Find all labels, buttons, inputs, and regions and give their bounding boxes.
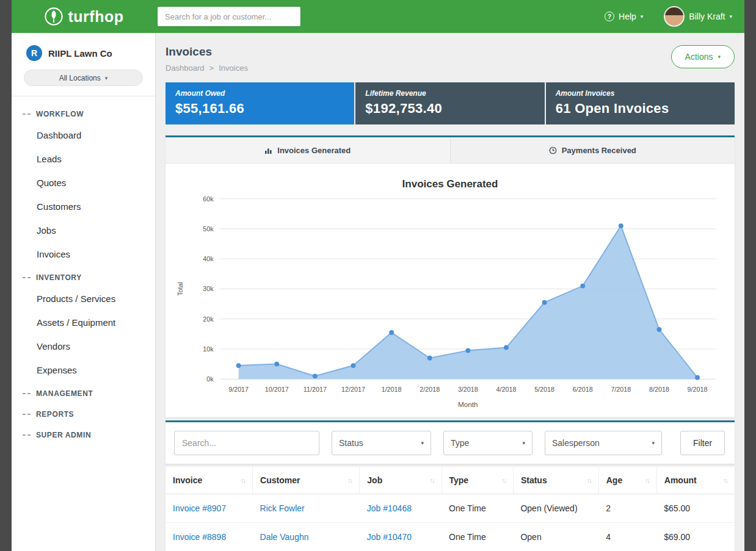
column-header-age[interactable]: Age↑↓ <box>598 467 656 494</box>
sidebar-item-products-services[interactable]: Products / Services <box>12 287 155 311</box>
svg-text:6/2018: 6/2018 <box>573 386 593 393</box>
column-header-status[interactable]: Status↑↓ <box>513 467 598 494</box>
body-row: R RIIPL Lawn Co All Locations ▾ WORKFLOW… <box>12 33 744 551</box>
sidebar-item-vendors[interactable]: Vendors <box>12 334 155 358</box>
app-logo[interactable]: turfhop <box>12 7 156 26</box>
sidebar-item-jobs[interactable]: Jobs <box>12 218 155 242</box>
table-row: Invoice #8907 Rick Fowler Job #10468 One… <box>165 494 735 522</box>
nav-section-super-admin[interactable]: SUPER ADMIN <box>12 423 155 444</box>
table-header-row: Invoice↑↓ Customer↑↓ Job↑↓ Type↑↓ Status… <box>165 467 735 494</box>
status-cell: Open (Viewed) <box>513 494 598 522</box>
stat-amount-owed: Amount Owed $55,161.66 <box>165 82 354 124</box>
svg-text:50k: 50k <box>203 225 214 232</box>
svg-text:10/2017: 10/2017 <box>265 386 289 393</box>
svg-text:11/2017: 11/2017 <box>303 386 327 393</box>
company-selector[interactable]: R RIIPL Lawn Co <box>12 33 155 68</box>
filter-button[interactable]: Filter <box>680 431 725 455</box>
section-dash-icon <box>23 277 31 278</box>
tab-payments-received[interactable]: Payments Received <box>450 137 735 163</box>
top-header: turfhop ? Help ▾ Billy Kraft ▾ <box>12 0 744 33</box>
svg-text:20k: 20k <box>203 315 214 323</box>
breadcrumb-dashboard[interactable]: Dashboard <box>165 63 205 73</box>
status-cell: Open <box>513 522 598 551</box>
tab-invoices-generated[interactable]: Invoices Generated <box>165 137 450 163</box>
job-link[interactable]: Job #10470 <box>367 532 412 542</box>
nav-section-workflow[interactable]: WORKFLOW <box>12 103 155 123</box>
invoice-link[interactable]: Invoice #8907 <box>173 503 226 513</box>
svg-text:Month: Month <box>458 400 478 408</box>
chart-area: Invoices Generated 0k10k20k30k40k50k60k9… <box>165 164 735 417</box>
sidebar-item-expenses[interactable]: Expenses <box>12 358 155 382</box>
chevron-down-icon: ▾ <box>522 440 525 446</box>
chevron-down-icon: ▾ <box>421 440 424 446</box>
column-header-amount[interactable]: Amount↑↓ <box>656 467 735 494</box>
sort-icon[interactable]: ↑↓ <box>723 475 727 484</box>
section-dash-icon <box>23 434 31 436</box>
nav-section-inventory[interactable]: INVENTORY <box>12 266 155 287</box>
age-cell: 4 <box>598 522 656 551</box>
company-name: RIIPL Lawn Co <box>48 48 112 59</box>
app-window: turfhop ? Help ▾ Billy Kraft ▾ R RIIPL L… <box>12 0 744 551</box>
sidebar-item-quotes[interactable]: Quotes <box>12 171 155 195</box>
actions-button[interactable]: Actions ▾ <box>671 45 735 68</box>
type-filter-select[interactable]: Type ▾ <box>443 431 532 455</box>
stat-label: Amount Invoices <box>556 89 725 98</box>
svg-text:1/2018: 1/2018 <box>382 386 402 393</box>
sort-icon[interactable]: ↑↓ <box>347 475 352 484</box>
sidebar-item-customers[interactable]: Customers <box>12 195 155 218</box>
user-menu[interactable]: Billy Kraft ▾ <box>664 6 732 27</box>
svg-text:0k: 0k <box>206 375 214 383</box>
salesperson-filter-select[interactable]: Salesperson ▾ <box>545 431 662 455</box>
column-header-invoice[interactable]: Invoice↑↓ <box>165 467 253 494</box>
stat-value: $55,161.66 <box>175 101 344 117</box>
sort-icon[interactable]: ↑↓ <box>587 475 591 484</box>
select-value: Salesperson <box>552 438 600 448</box>
customer-cell: Rick Fowler <box>253 494 360 522</box>
stat-value: $192,753.40 <box>365 101 534 117</box>
section-dash-icon <box>23 393 31 394</box>
job-link[interactable]: Job #10468 <box>367 503 412 513</box>
age-cell: 2 <box>598 494 656 522</box>
svg-text:3/2018: 3/2018 <box>458 386 478 393</box>
customer-link[interactable]: Rick Fowler <box>260 503 305 513</box>
side-nav: WORKFLOW Dashboard Leads Quotes Customer… <box>12 96 155 450</box>
help-menu[interactable]: ? Help ▾ <box>605 12 643 21</box>
locations-dropdown[interactable]: All Locations ▾ <box>24 70 143 86</box>
nav-section-management[interactable]: MANAGEMENT <box>12 382 155 403</box>
column-header-job[interactable]: Job↑↓ <box>360 467 442 494</box>
column-header-type[interactable]: Type↑↓ <box>442 467 513 494</box>
svg-text:12/2017: 12/2017 <box>341 386 365 393</box>
table-search-input[interactable] <box>174 431 319 455</box>
bar-chart-icon <box>264 146 272 154</box>
page-title: Invoices <box>165 45 248 59</box>
chevron-down-icon: ▾ <box>105 75 108 81</box>
sidebar-item-leads[interactable]: Leads <box>12 147 155 171</box>
invoice-cell: Invoice #8898 <box>165 522 253 551</box>
turfhop-logo-icon <box>44 7 64 26</box>
sort-icon[interactable]: ↑↓ <box>645 475 649 484</box>
customer-link[interactable]: Dale Vaughn <box>260 532 309 542</box>
select-value: Status <box>339 438 363 448</box>
table-row: Invoice #8898 Dale Vaughn Job #10470 One… <box>165 522 735 551</box>
global-search-input[interactable] <box>157 6 301 27</box>
svg-text:8/2018: 8/2018 <box>649 386 669 393</box>
invoices-generated-chart: 0k10k20k30k40k50k60k9/201710/201711/2017… <box>173 192 727 414</box>
sidebar-item-invoices[interactable]: Invoices <box>12 242 155 266</box>
sidebar-item-assets-equipment[interactable]: Assets / Equipment <box>12 311 155 334</box>
sort-icon[interactable]: ↑↓ <box>430 475 434 484</box>
sidebar: R RIIPL Lawn Co All Locations ▾ WORKFLOW… <box>12 33 156 551</box>
section-dash-icon <box>23 414 31 415</box>
actions-label: Actions <box>685 52 713 62</box>
sidebar-item-dashboard[interactable]: Dashboard <box>12 123 155 147</box>
nav-section-reports[interactable]: REPORTS <box>12 403 155 423</box>
column-header-customer[interactable]: Customer↑↓ <box>253 467 360 494</box>
svg-text:4/2018: 4/2018 <box>496 386 517 393</box>
sort-icon[interactable]: ↑↓ <box>501 475 506 484</box>
invoice-link[interactable]: Invoice #8898 <box>173 532 226 542</box>
status-filter-select[interactable]: Status ▾ <box>332 431 431 455</box>
page-head-left: Invoices Dashboard > Invoices <box>165 45 248 73</box>
sort-icon[interactable]: ↑↓ <box>241 475 245 484</box>
nav-section-label: INVENTORY <box>36 273 82 282</box>
logo-text: turfhop <box>68 8 124 26</box>
main-content: Invoices Dashboard > Invoices Actions ▾ … <box>156 33 744 551</box>
